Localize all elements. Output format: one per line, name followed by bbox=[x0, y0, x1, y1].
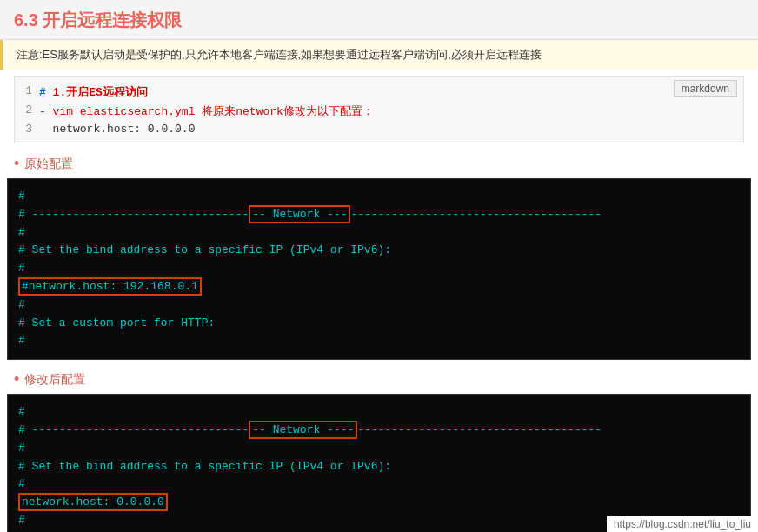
host-highlight-modified: network.host: 0.0.0.0 bbox=[18, 493, 168, 511]
mod-terminal-line-2: # ---------------------------------- Net… bbox=[18, 422, 740, 440]
notice-bar: 注意:ES服务默认启动是受保护的,只允许本地客户端连接,如果想要通过远程客户端访… bbox=[0, 40, 758, 70]
line-num-1: 1 bbox=[15, 84, 39, 97]
line-content-3: network.host: 0.0.0.0 bbox=[39, 123, 743, 136]
mod-terminal-line-6: network.host: 0.0.0.0 bbox=[18, 494, 740, 512]
bullet-icon-2: • bbox=[14, 370, 19, 389]
terminal-line-6: #network.host: 192.168.0.1 bbox=[18, 278, 740, 296]
line-num-2: 2 bbox=[15, 103, 39, 116]
terminal-line-4: # Set the bind address to a specific IP … bbox=[18, 242, 740, 260]
footer-url-text: https://blog.csdn.net/liu_to_liu bbox=[614, 518, 751, 530]
terminal-line-2: # ---------------------------------- Net… bbox=[18, 206, 740, 224]
original-terminal: # # ---------------------------------- N… bbox=[7, 178, 751, 360]
terminal-line-9: # bbox=[18, 332, 740, 350]
page-header: 6.3 开启远程连接权限 bbox=[0, 0, 758, 40]
modified-terminal: # # ---------------------------------- N… bbox=[7, 394, 751, 532]
page-container: 6.3 开启远程连接权限 注意:ES服务默认启动是受保护的,只允许本地客户端连接… bbox=[0, 0, 758, 532]
mod-terminal-line-1: # bbox=[18, 403, 740, 422]
notice-text: 注意:ES服务默认启动是受保护的,只允许本地客户端连接,如果想要通过远程客户端访… bbox=[17, 48, 542, 61]
bullet-icon: • bbox=[14, 155, 19, 173]
code-section: markdown 1 # 1.开启ES远程访问 2 - vim elastics… bbox=[0, 70, 758, 147]
line-num-3: 3 bbox=[15, 123, 39, 136]
network-highlight-original: -- Network --- bbox=[249, 205, 350, 223]
terminal-line-1: # bbox=[18, 188, 740, 206]
modified-config-label: • 修改后配置 bbox=[0, 365, 758, 394]
original-config-link[interactable]: 原始配置 bbox=[24, 156, 73, 172]
code-line-1: 1 # 1.开启ES远程访问 bbox=[15, 83, 667, 102]
code-block: 1 # 1.开启ES远程访问 2 - vim elasticsearch.yml… bbox=[14, 76, 744, 143]
mod-terminal-line-3: # bbox=[18, 440, 740, 458]
code-line-2: 2 - vim elasticsearch.yml 将原来network修改为以… bbox=[15, 102, 743, 121]
line-content-1: # 1.开启ES远程访问 bbox=[39, 84, 667, 100]
line-content-2: - vim elasticsearch.yml 将原来network修改为以下配… bbox=[39, 103, 743, 119]
original-config-label: • 原始配置 bbox=[0, 150, 758, 178]
terminal-line-3: # bbox=[18, 224, 740, 243]
host-highlight-original: #network.host: 192.168.0.1 bbox=[18, 277, 202, 296]
code-line-3: 3 network.host: 0.0.0.0 bbox=[15, 121, 743, 137]
mod-terminal-line-5: # bbox=[18, 475, 740, 494]
mod-terminal-line-4: # Set the bind address to a specific IP … bbox=[18, 458, 740, 476]
modified-config-link[interactable]: 修改后配置 bbox=[24, 372, 85, 388]
network-highlight-modified: -- Network ---- bbox=[249, 421, 357, 439]
markdown-badge: markdown bbox=[674, 80, 737, 97]
page-title: 6.3 开启远程连接权限 bbox=[14, 10, 182, 30]
terminal-line-8: # Set a custom port for HTTP: bbox=[18, 315, 740, 333]
terminal-line-5: # bbox=[18, 260, 740, 278]
terminal-line-7: # bbox=[18, 296, 740, 315]
footer-url: https://blog.csdn.net/liu_to_liu bbox=[607, 516, 758, 532]
